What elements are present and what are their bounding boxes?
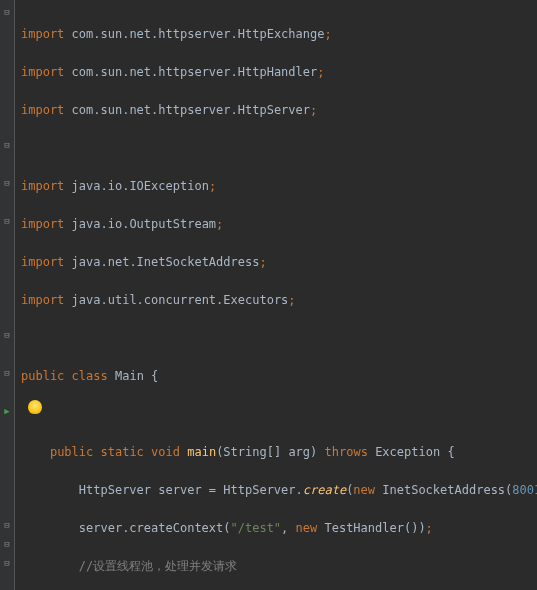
fold-icon[interactable]: ⊟	[1, 139, 13, 151]
fold-icon[interactable]: ⊟	[1, 177, 13, 189]
code-line: public class Main {	[21, 367, 537, 386]
fold-icon[interactable]: ⊟	[1, 367, 13, 379]
code-line: //设置线程池，处理并发请求	[21, 557, 537, 576]
code-editor[interactable]: ⊟ ⊟ ⊟ ⊟ ⊟ ⊟ ▶ ⊟ ⊟ ⊟ import com.sun.net.h…	[0, 0, 537, 590]
fold-icon[interactable]: ⊟	[1, 557, 13, 569]
run-icon[interactable]: ▶	[1, 405, 13, 417]
fold-icon[interactable]: ⊟	[1, 538, 13, 550]
code-line: import com.sun.net.httpserver.HttpExchan…	[21, 25, 537, 44]
intention-bulb-icon[interactable]	[28, 400, 42, 414]
fold-icon[interactable]: ⊟	[1, 6, 13, 18]
code-area[interactable]: import com.sun.net.httpserver.HttpExchan…	[15, 0, 537, 590]
code-line: import java.util.concurrent.Executors;	[21, 291, 537, 310]
code-line: public static void main(String[] arg) th…	[21, 443, 537, 462]
code-line: import java.io.IOException;	[21, 177, 537, 196]
code-line	[21, 405, 537, 424]
fold-icon[interactable]: ⊟	[1, 519, 13, 531]
code-line	[21, 329, 537, 348]
code-line: import java.io.OutputStream;	[21, 215, 537, 234]
code-line: import com.sun.net.httpserver.HttpServer…	[21, 101, 537, 120]
fold-icon[interactable]: ⊟	[1, 215, 13, 227]
fold-icon[interactable]: ⊟	[1, 329, 13, 341]
code-line: import com.sun.net.httpserver.HttpHandle…	[21, 63, 537, 82]
code-line: server.createContext("/test", new TestHa…	[21, 519, 537, 538]
code-line: HttpServer server = HttpServer.create(ne…	[21, 481, 537, 500]
gutter: ⊟ ⊟ ⊟ ⊟ ⊟ ⊟ ▶ ⊟ ⊟ ⊟	[0, 0, 15, 590]
code-line: import java.net.InetSocketAddress;	[21, 253, 537, 272]
code-line	[21, 139, 537, 158]
